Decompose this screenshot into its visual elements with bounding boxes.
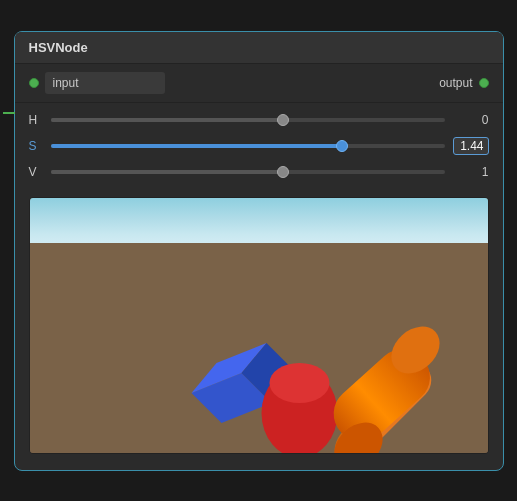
output-port[interactable]: output bbox=[439, 76, 488, 90]
slider-row-s: S 1.44 bbox=[29, 135, 489, 157]
slider-thumb-v[interactable] bbox=[277, 166, 289, 178]
slider-value-v: 1 bbox=[453, 165, 489, 179]
slider-value-h: 0 bbox=[453, 113, 489, 127]
node-title: HSVNode bbox=[15, 32, 503, 64]
input-port-dot[interactable] bbox=[29, 78, 39, 88]
output-port-dot[interactable] bbox=[479, 78, 489, 88]
node-title-text: HSVNode bbox=[29, 40, 88, 55]
output-port-label: output bbox=[439, 76, 472, 90]
slider-label-h: H bbox=[29, 113, 43, 127]
slider-thumb-h[interactable] bbox=[277, 114, 289, 126]
input-port-label: input bbox=[45, 72, 165, 94]
slider-row-h: H 0 bbox=[29, 109, 489, 131]
sliders-section: H 0 S 1.44 V 1 bbox=[15, 103, 503, 189]
slider-row-v: V 1 bbox=[29, 161, 489, 183]
slider-label-v: V bbox=[29, 165, 43, 179]
preview-svg bbox=[30, 198, 488, 453]
red-shape bbox=[261, 363, 337, 453]
svg-point-4 bbox=[269, 363, 329, 403]
preview-canvas bbox=[30, 198, 488, 453]
node-ports-row: input output bbox=[15, 64, 503, 103]
slider-thumb-s[interactable] bbox=[336, 140, 348, 152]
slider-value-s[interactable]: 1.44 bbox=[453, 137, 489, 155]
slider-track-v[interactable] bbox=[51, 170, 445, 174]
slider-label-s: S bbox=[29, 139, 43, 153]
node-panel: HSVNode input output H 0 S bbox=[14, 31, 504, 471]
slider-track-s[interactable] bbox=[51, 144, 445, 148]
slider-track-h[interactable] bbox=[51, 118, 445, 122]
input-port[interactable]: input bbox=[29, 72, 165, 94]
preview-section bbox=[29, 197, 489, 454]
